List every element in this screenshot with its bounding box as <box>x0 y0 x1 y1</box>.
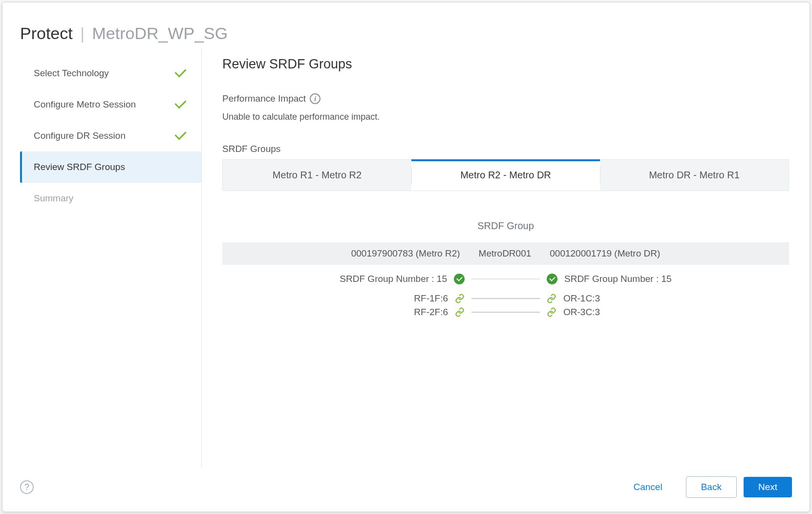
srdf-group-number-right: SRDF Group Number : 15 <box>564 274 691 284</box>
wizard-footer: ? Cancel Back Next <box>2 467 810 512</box>
connector-line <box>471 312 540 313</box>
cancel-button[interactable]: Cancel <box>619 477 677 497</box>
check-icon <box>547 274 557 284</box>
dialog-title: Protect | MetroDR_WP_SG <box>2 2 810 48</box>
step-review-srdf-groups[interactable]: Review SRDF Groups <box>20 151 201 183</box>
step-configure-metro-session[interactable]: Configure Metro Session <box>20 89 201 120</box>
link-icon <box>547 307 556 317</box>
connector-line <box>471 278 540 279</box>
link-icon <box>455 307 465 317</box>
info-icon[interactable]: i <box>310 93 321 104</box>
step-label: Select Technology <box>34 68 109 79</box>
pair-group-name: MetroDR001 <box>479 248 532 259</box>
srdf-tabs: Metro R1 - Metro R2 Metro R2 - Metro DR … <box>222 159 789 191</box>
port-left: RF-1F:6 <box>321 293 448 304</box>
pair-left-array: 000197900783 (Metro R2) <box>351 248 460 259</box>
tab-metro-r1-r2[interactable]: Metro R1 - Metro R2 <box>223 160 411 191</box>
port-pair-row: RF-2F:6 OR-3C:3 <box>222 307 789 318</box>
srdf-group-number-row: SRDF Group Number : 15 SRDF Group Number… <box>222 274 789 284</box>
tab-label: Metro DR - Metro R1 <box>649 170 740 180</box>
port-right: OR-1C:3 <box>563 293 690 304</box>
wizard-steps: Select Technology Configure Metro Sessio… <box>2 48 202 467</box>
check-icon <box>454 274 465 284</box>
performance-impact-label: Performance Impact <box>222 93 306 104</box>
srdf-groups-label: SRDF Groups <box>222 144 789 154</box>
step-label: Summary <box>34 193 73 204</box>
link-icon <box>547 294 556 303</box>
connector-line <box>471 298 540 299</box>
title-sub: MetroDR_WP_SG <box>92 24 228 43</box>
tab-metro-r2-dr[interactable]: Metro R2 - Metro DR <box>411 160 600 191</box>
srdf-pair-header: 000197900783 (Metro R2) MetroDR001 00012… <box>222 242 789 265</box>
step-select-technology[interactable]: Select Technology <box>20 58 201 89</box>
performance-impact-row: Performance Impact i <box>222 93 789 104</box>
page-heading: Review SRDF Groups <box>222 57 789 72</box>
help-icon[interactable]: ? <box>20 480 34 494</box>
performance-impact-message: Unable to calculate performance impact. <box>222 112 789 122</box>
link-icon <box>455 294 465 303</box>
tab-label: Metro R2 - Metro DR <box>460 170 551 180</box>
step-label: Review SRDF Groups <box>34 162 125 172</box>
step-label: Configure Metro Session <box>34 99 136 110</box>
step-configure-dr-session[interactable]: Configure DR Session <box>20 120 201 151</box>
srdf-group-number-left: SRDF Group Number : 15 <box>320 274 447 284</box>
pair-right-array: 000120001719 (Metro DR) <box>550 248 660 259</box>
back-button[interactable]: Back <box>686 476 737 498</box>
dialog-body: Select Technology Configure Metro Sessio… <box>2 48 810 467</box>
title-separator: | <box>80 24 85 43</box>
tab-metro-dr-r1[interactable]: Metro DR - Metro R1 <box>600 160 789 191</box>
wizard-content: Review SRDF Groups Performance Impact i … <box>202 48 810 467</box>
next-button[interactable]: Next <box>744 477 792 497</box>
port-pair-row: RF-1F:6 OR-1C:3 <box>222 293 789 304</box>
port-right: OR-3C:3 <box>563 307 690 318</box>
tab-label: Metro R1 - Metro R2 <box>273 170 362 180</box>
title-main: Protect <box>20 24 73 43</box>
step-label: Configure DR Session <box>34 130 126 141</box>
step-summary[interactable]: Summary <box>20 183 201 214</box>
srdf-group-heading: SRDF Group <box>222 220 789 232</box>
port-left: RF-2F:6 <box>321 307 448 318</box>
wizard-dialog: Protect | MetroDR_WP_SG Select Technolog… <box>2 2 810 512</box>
